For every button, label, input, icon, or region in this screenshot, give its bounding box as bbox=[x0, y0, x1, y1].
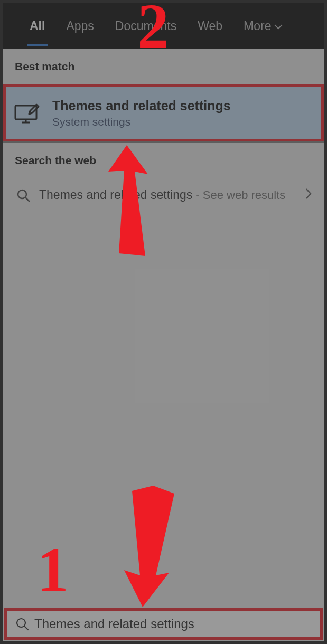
section-header-best-match: Best match bbox=[3, 49, 324, 84]
tab-all[interactable]: All bbox=[19, 3, 55, 49]
search-filter-tabbar: All Apps Documents Web More bbox=[3, 3, 324, 49]
empty-space bbox=[3, 212, 324, 608]
web-result-text: Themes and related settings - See web re… bbox=[39, 187, 302, 203]
chevron-right-icon bbox=[302, 188, 315, 203]
best-match-subtitle: System settings bbox=[52, 116, 231, 128]
chevron-down-icon bbox=[274, 19, 283, 33]
best-match-text: Themes and related settings System setti… bbox=[52, 98, 231, 128]
best-match-result[interactable]: Themes and related settings System setti… bbox=[3, 84, 324, 141]
personalize-icon bbox=[13, 98, 43, 128]
web-result-query: Themes and related settings bbox=[39, 188, 192, 202]
search-input[interactable] bbox=[31, 616, 314, 632]
start-search-panel: All Apps Documents Web More Best match T… bbox=[3, 3, 324, 641]
tab-more-label: More bbox=[244, 19, 271, 33]
search-icon bbox=[13, 617, 31, 631]
svg-line-4 bbox=[25, 197, 29, 201]
web-result-sep: - bbox=[192, 188, 203, 202]
tab-apps[interactable]: Apps bbox=[55, 3, 104, 49]
search-icon bbox=[13, 188, 34, 203]
web-result-suffix: See web results bbox=[203, 188, 286, 202]
best-match-title: Themes and related settings bbox=[52, 98, 231, 113]
tab-documents[interactable]: Documents bbox=[105, 3, 187, 49]
web-search-result[interactable]: Themes and related settings - See web re… bbox=[3, 178, 324, 212]
section-header-search-web: Search the web bbox=[3, 143, 324, 178]
tab-web[interactable]: Web bbox=[187, 3, 233, 49]
taskbar-search-box[interactable] bbox=[4, 608, 323, 640]
svg-line-6 bbox=[24, 626, 28, 630]
tab-more[interactable]: More bbox=[233, 3, 293, 49]
